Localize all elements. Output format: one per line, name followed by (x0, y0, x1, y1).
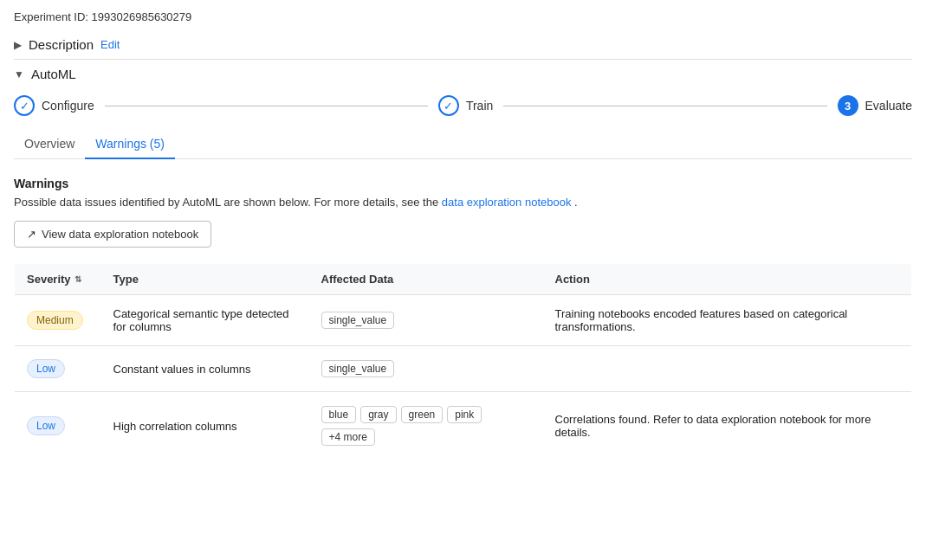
step-line-1 (105, 106, 428, 106)
severity-cell-1: Low (15, 346, 101, 392)
warnings-title: Warnings (14, 177, 912, 190)
warnings-section: Warnings Possible data issues identified… (14, 177, 912, 460)
description-title: Description (29, 37, 94, 52)
step-configure: ✓ Configure (14, 95, 94, 116)
stepper: ✓ Configure ✓ Train 3 Evaluate (14, 95, 912, 123)
train-icon: ✓ (438, 95, 459, 116)
table-row: LowConstant values in columnssingle_valu… (15, 346, 912, 392)
description-chevron[interactable]: ▶ (14, 39, 22, 51)
affected-data-cell-0: single_value (309, 295, 543, 346)
data-tag: +4 more (321, 428, 375, 446)
experiment-id: Experiment ID: 1993026985630279 (14, 10, 912, 23)
view-notebook-button[interactable]: ↗ View data exploration notebook (14, 221, 211, 248)
action-cell-0: Training notebooks encoded features base… (543, 295, 912, 346)
data-tag: pink (447, 406, 482, 423)
configure-icon: ✓ (14, 95, 35, 116)
col-type: Type (101, 264, 309, 295)
affected-data-cell-1: single_value (309, 346, 543, 392)
col-affected-data: Affected Data (309, 264, 543, 295)
affected-data-cell-2: bluegraygreenpink+4 more (309, 392, 543, 460)
description-divider (14, 59, 912, 60)
sort-icon-severity: ⇅ (74, 274, 81, 284)
description-edit-link[interactable]: Edit (100, 38, 120, 51)
data-tag: gray (360, 406, 396, 423)
type-cell-0: Categorical semantic type detected for c… (101, 295, 309, 346)
action-cell-2: Correlations found. Refer to data explor… (543, 392, 912, 460)
automl-title: AutoML (31, 67, 76, 81)
col-action: Action (543, 264, 912, 295)
type-cell-2: High correlation columns (101, 392, 309, 460)
data-exploration-link[interactable]: data exploration notebook (442, 196, 572, 209)
severity-badge: Medium (27, 311, 83, 330)
col-severity[interactable]: Severity ⇅ (15, 264, 101, 295)
evaluate-label: Evaluate (865, 99, 912, 113)
tab-overview[interactable]: Overview (14, 130, 85, 159)
external-link-icon: ↗ (27, 228, 36, 241)
evaluate-icon: 3 (838, 95, 858, 116)
data-tag: green (401, 406, 444, 423)
severity-badge: Low (27, 359, 65, 378)
table-header-row: Severity ⇅ Type Affected Data Action (15, 264, 912, 295)
tabs-container: Overview Warnings (5) (14, 130, 912, 159)
data-tag: single_value (321, 360, 395, 377)
description-section-header: ▶ Description Edit (14, 37, 912, 52)
type-cell-1: Constant values in columns (101, 346, 309, 392)
step-evaluate: 3 Evaluate (838, 95, 912, 116)
step-train: ✓ Train (438, 95, 493, 116)
warnings-description: Possible data issues identified by AutoM… (14, 196, 912, 209)
action-cell-1 (543, 346, 912, 392)
severity-badge: Low (27, 416, 65, 435)
automl-chevron[interactable]: ▼ (14, 68, 24, 80)
tab-warnings[interactable]: Warnings (5) (85, 130, 175, 159)
warnings-table: Severity ⇅ Type Affected Data Action Med… (14, 263, 912, 460)
table-row: LowHigh correlation columnsbluegraygreen… (15, 392, 912, 460)
automl-section-header: ▼ AutoML (14, 67, 912, 81)
configure-label: Configure (42, 99, 94, 113)
table-row: MediumCategorical semantic type detected… (15, 295, 912, 346)
data-tag: single_value (321, 312, 395, 329)
step-line-2 (503, 106, 826, 106)
severity-cell-2: Low (15, 392, 101, 460)
train-label: Train (466, 99, 493, 113)
data-tag: blue (321, 406, 357, 423)
severity-cell-0: Medium (15, 295, 101, 346)
